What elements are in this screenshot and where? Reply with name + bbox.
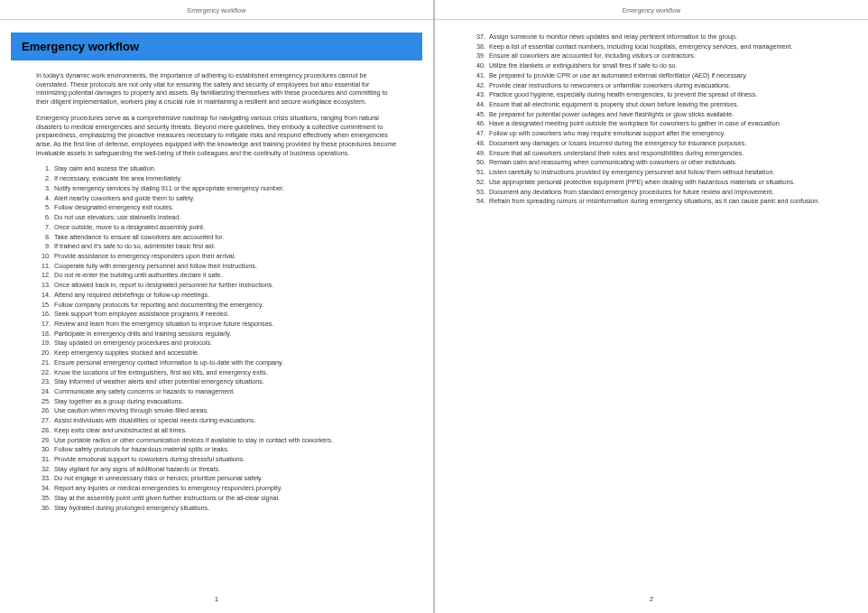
step-item: Have a designated meeting point outside … bbox=[487, 119, 832, 128]
step-item: Stay calm and assess the situation. bbox=[52, 164, 397, 173]
step-item: Seek support from employee assistance pr… bbox=[52, 310, 397, 319]
step-item: Use caution when moving through smoke-fi… bbox=[52, 406, 397, 415]
step-item: Do not re-enter the building until autho… bbox=[52, 271, 397, 280]
step-item: Ensure that all electronic equipment is … bbox=[487, 100, 832, 109]
step-item: Stay informed of weather alerts and othe… bbox=[52, 377, 397, 386]
step-item: Review and learn from the emergency situ… bbox=[52, 320, 397, 329]
step-item: Assign someone to monitor news updates a… bbox=[487, 33, 832, 42]
step-item: Provide assistance to emergency responde… bbox=[52, 252, 397, 261]
step-item: Stay vigilant for any signs of additiona… bbox=[52, 465, 397, 474]
running-header-left: Emergency workflow bbox=[0, 0, 433, 20]
page-1-body: Emergency workflow In today's dynamic wo… bbox=[0, 20, 433, 595]
step-item: Cooperate fully with emergency personnel… bbox=[52, 262, 397, 271]
step-item: Use appropriate personal protective equi… bbox=[487, 178, 832, 187]
step-item: Provide emotional support to coworkers d… bbox=[52, 455, 397, 464]
intro-paragraph-1: In today's dynamic work environments, th… bbox=[36, 71, 397, 107]
step-item: Refrain from spreading rumors or misinfo… bbox=[487, 197, 832, 206]
page-number-left: 1 bbox=[0, 595, 433, 613]
step-item: Remain calm and reassuring when communic… bbox=[487, 158, 832, 167]
step-item: Communicate any safety concerns or hazar… bbox=[52, 387, 397, 396]
step-item: Document any deviations from standard em… bbox=[487, 188, 832, 197]
step-item: Use portable radios or other communicati… bbox=[52, 436, 397, 445]
step-item: Follow designated emergency exit routes. bbox=[52, 203, 397, 212]
step-item: Report any injuries or medical emergenci… bbox=[52, 484, 397, 493]
step-item: Follow up with coworkers who may require… bbox=[487, 129, 832, 138]
step-item: Stay together as a group during evacuati… bbox=[52, 397, 397, 406]
step-item: Participate in emergency drills and trai… bbox=[52, 330, 397, 339]
page-1: Emergency workflow Emergency workflow In… bbox=[0, 0, 433, 613]
step-item: Be prepared for potential power outages … bbox=[487, 110, 832, 119]
step-item: Alert nearby coworkers and guide them to… bbox=[52, 194, 397, 203]
step-item: Ensure that all coworkers understand the… bbox=[487, 149, 832, 158]
step-item: Notify emergency services by dialing 911… bbox=[52, 184, 397, 193]
document-spread: Emergency workflow Emergency workflow In… bbox=[0, 0, 868, 613]
step-item: If trained and it's safe to do so, admin… bbox=[52, 242, 397, 251]
step-item: Ensure all coworkers are accounted for, … bbox=[487, 51, 832, 60]
step-item: Once outside, move to a designated assem… bbox=[52, 223, 397, 232]
step-item: Follow safety protocols for hazardous ma… bbox=[52, 445, 397, 454]
step-item: Stay at the assembly point until given f… bbox=[52, 494, 397, 503]
step-item: Document any damages or losses incurred … bbox=[487, 139, 832, 148]
step-item: Do not engage in unnecessary risks or he… bbox=[52, 474, 397, 483]
step-item: Provide clear instructions to newcomers … bbox=[487, 81, 832, 90]
step-item: Follow company protocols for reporting a… bbox=[52, 301, 397, 310]
step-item: Once allowed back in, report to designat… bbox=[52, 281, 397, 290]
step-item: Stay hydrated during prolonged emergency… bbox=[52, 504, 397, 513]
step-item: Be prepared to provide CPR or use an aut… bbox=[487, 71, 832, 80]
step-item: If necessary, evacuate the area immediat… bbox=[52, 174, 397, 183]
step-item: Keep exits clear and unobstructed at all… bbox=[52, 426, 397, 435]
step-item: Listen carefully to instructions provide… bbox=[487, 168, 832, 177]
page-2-body: Assign someone to monitor news updates a… bbox=[435, 20, 868, 595]
step-item: Ensure personal emergency contact inform… bbox=[52, 358, 397, 367]
document-title: Emergency workflow bbox=[11, 33, 422, 60]
step-item: Utilize fire blankets or extinguishers f… bbox=[487, 61, 832, 70]
step-item: Do not use elevators; use stairwells ins… bbox=[52, 213, 397, 222]
step-item: Attend any required debriefings or follo… bbox=[52, 291, 397, 300]
page-2: Emergency workflow Assign someone to mon… bbox=[435, 0, 868, 613]
step-item: Practice good hygiene, especially during… bbox=[487, 90, 832, 99]
steps-list-page-1: Stay calm and assess the situation.If ne… bbox=[36, 164, 397, 512]
intro-paragraph-2: Emergency procedures serve as a comprehe… bbox=[36, 114, 397, 158]
step-item: Stay updated on emergency procedures and… bbox=[52, 339, 397, 348]
step-item: Take attendance to ensure all coworkers … bbox=[52, 233, 397, 242]
page-number-right: 2 bbox=[435, 595, 868, 613]
step-item: Assist individuals with disabilities or … bbox=[52, 416, 397, 425]
step-item: Keep a list of essential contact numbers… bbox=[487, 42, 832, 51]
step-item: Keep emergency supplies stocked and acce… bbox=[52, 348, 397, 358]
step-item: Know the locations of fire extinguishers… bbox=[52, 368, 397, 377]
steps-list-page-2: Assign someone to monitor news updates a… bbox=[471, 33, 832, 206]
running-header-right: Emergency workflow bbox=[435, 0, 868, 20]
